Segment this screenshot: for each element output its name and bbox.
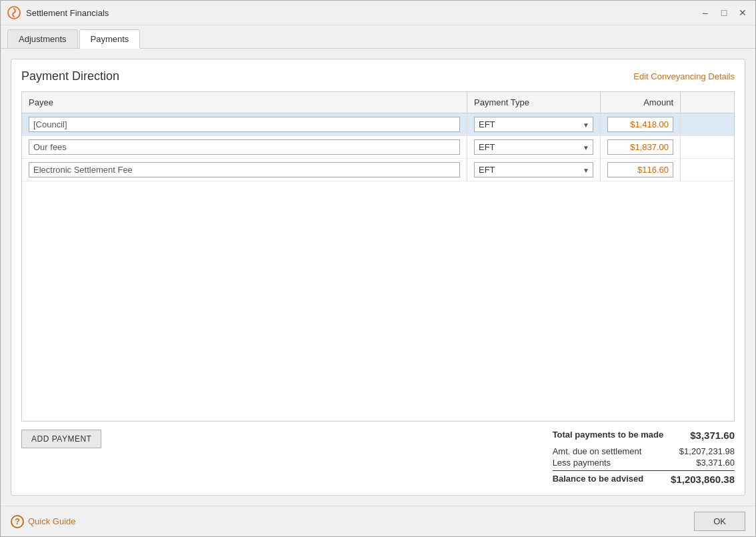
balance-row: Balance to be advised $1,203,860.38	[553, 474, 735, 485]
payment-type-select[interactable]: EFT Cheque Cash	[474, 162, 593, 177]
total-value: $3,371.60	[690, 430, 735, 441]
payee-input[interactable]	[29, 139, 460, 155]
due-row: Amt. due on settlement $1,207,231.98	[553, 446, 735, 456]
balance-value: $1,203,860.38	[671, 474, 735, 485]
payment-type-cell: EFT Cheque Cash ▼	[467, 113, 601, 135]
payment-type-dropdown-wrapper: EFT Cheque Cash ▼	[474, 162, 593, 177]
edit-conveyancing-link[interactable]: Edit Conveyancing Details	[633, 71, 735, 81]
table-row[interactable]: EFT Cheque Cash ▼	[22, 136, 734, 159]
bottom-bar: ? Quick Guide OK	[1, 506, 755, 536]
amount-input[interactable]	[607, 139, 673, 155]
table-row[interactable]: EFT Cheque Cash ▼	[22, 113, 734, 136]
action-cell	[681, 159, 734, 181]
summary-area: Total payments to be made $3,371.60 Amt.…	[553, 430, 735, 485]
amount-cell	[601, 159, 681, 181]
less-label: Less payments	[553, 458, 611, 468]
amount-input[interactable]	[607, 162, 673, 177]
col-actions	[681, 92, 734, 113]
payment-type-dropdown-wrapper: EFT Cheque Cash ▼	[474, 139, 593, 155]
payee-cell	[22, 113, 467, 135]
table-row[interactable]: EFT Cheque Cash ▼	[22, 159, 734, 181]
footer-area: ADD PAYMENT Total payments to be made $3…	[21, 422, 735, 485]
col-payment-type: Payment Type	[467, 92, 601, 113]
tab-adjustments[interactable]: Adjustments	[7, 29, 78, 48]
col-payee: Payee	[22, 92, 467, 113]
payment-type-select[interactable]: EFT Cheque Cash	[474, 117, 593, 132]
due-value: $1,207,231.98	[679, 446, 735, 456]
restore-button[interactable]: □	[718, 7, 730, 19]
add-payment-button[interactable]: ADD PAYMENT	[21, 430, 101, 448]
window-controls: – □ ✕	[699, 7, 749, 19]
quick-guide-link[interactable]: ? Quick Guide	[11, 515, 76, 528]
panel-header: Payment Direction Edit Conveyancing Deta…	[21, 69, 735, 83]
action-cell	[681, 136, 734, 158]
main-window: Settlement Financials – □ ✕ Adjustments …	[0, 0, 756, 537]
total-label: Total payments to be made	[553, 430, 664, 441]
payment-type-dropdown-wrapper: EFT Cheque Cash ▼	[474, 117, 593, 132]
payee-cell	[22, 159, 467, 181]
payment-table: Payee Payment Type Amount	[21, 91, 735, 422]
table-header: Payee Payment Type Amount	[22, 92, 734, 113]
col-amount: Amount	[601, 92, 681, 113]
less-value: $3,371.60	[696, 458, 735, 468]
payment-type-cell: EFT Cheque Cash ▼	[467, 159, 601, 181]
payment-type-cell: EFT Cheque Cash ▼	[467, 136, 601, 158]
content-area: Payment Direction Edit Conveyancing Deta…	[1, 49, 755, 506]
panel-title: Payment Direction	[21, 69, 119, 83]
less-row: Less payments $3,371.60	[553, 458, 735, 468]
payee-cell	[22, 136, 467, 158]
table-body: EFT Cheque Cash ▼	[22, 113, 734, 421]
payment-panel: Payment Direction Edit Conveyancing Deta…	[11, 59, 745, 496]
quick-guide-icon: ?	[11, 515, 24, 528]
window-title: Settlement Financials	[26, 8, 699, 18]
app-logo	[7, 6, 21, 19]
summary-total-row: Total payments to be made $3,371.60	[553, 430, 735, 441]
amount-input[interactable]	[607, 117, 673, 132]
tab-payments[interactable]: Payments	[79, 29, 141, 49]
due-label: Amt. due on settlement	[553, 446, 642, 456]
amount-cell	[601, 136, 681, 158]
summary-divider	[553, 470, 735, 471]
action-cell	[681, 113, 734, 135]
tab-bar: Adjustments Payments	[1, 25, 755, 49]
quick-guide-label: Quick Guide	[28, 516, 76, 526]
payee-input[interactable]	[29, 117, 460, 132]
amount-cell	[601, 113, 681, 135]
close-button[interactable]: ✕	[737, 7, 749, 19]
title-bar: Settlement Financials – □ ✕	[1, 1, 755, 25]
payment-type-select[interactable]: EFT Cheque Cash	[474, 139, 593, 155]
minimize-button[interactable]: –	[699, 7, 711, 19]
balance-label: Balance to be advised	[553, 474, 644, 485]
ok-button[interactable]: OK	[694, 512, 745, 531]
payee-input[interactable]	[29, 162, 460, 177]
